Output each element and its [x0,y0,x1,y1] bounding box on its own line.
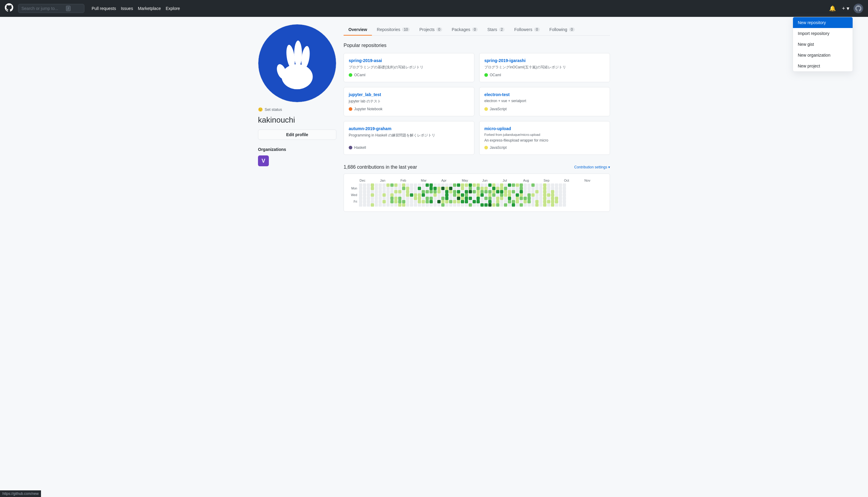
set-status[interactable]: 🙂 Set status [258,107,336,112]
contrib-cell [461,197,464,200]
contrib-row [349,197,605,200]
contrib-cell [394,197,397,200]
dropdown-new-organization[interactable]: New organization [793,50,853,60]
tab-overview[interactable]: Overview [344,24,372,36]
month-label: Mar [421,179,441,182]
contrib-cell [535,194,538,197]
repo-description: An express-fileupload wrapper for micro [484,138,605,142]
user-avatar-button[interactable] [854,4,863,13]
contrib-cell [425,183,429,187]
contrib-cell [453,187,456,190]
contrib-cell [508,200,511,203]
contrib-cell [425,187,429,190]
contrib-cell [457,190,460,194]
repo-link[interactable]: jupyter_lab_test [349,92,469,97]
nav-marketplace[interactable]: Marketplace [138,6,160,11]
contrib-cell [390,187,394,190]
repo-card: micro-upload Forked from julianduque/mic… [479,121,610,155]
month-label: Oct [564,179,584,182]
contrib-cell [535,203,538,207]
lang-label: OCaml [354,73,365,77]
contrib-cell [508,187,511,190]
contrib-cell [382,194,386,197]
contrib-cell [492,190,495,194]
nav-explore[interactable]: Explore [166,6,180,11]
contrib-cell [394,194,397,197]
repo-link[interactable]: electron-test [484,92,605,97]
repo-link[interactable]: micro-upload [484,126,605,131]
contrib-cell [555,190,558,194]
repo-language: Jupyter Notebook [349,107,469,111]
contrib-cell [539,187,543,190]
contrib-cell [437,194,440,197]
dropdown-new-repository[interactable]: New repository [793,17,853,28]
contrib-cell [547,197,550,200]
contrib-cell [523,197,527,200]
contrib-cell [488,200,492,203]
contrib-cell [480,194,484,197]
repo-description: electron + vue + serialport [484,99,605,104]
contrib-cell [387,203,390,207]
tab-followers[interactable]: Followers 0 [509,24,545,36]
navbar: / Pull requests Issues Marketplace Explo… [0,0,868,17]
lang-dot [484,146,488,150]
contrib-cell [496,203,500,207]
contrib-cell [379,190,382,194]
svg-point-1 [281,64,312,89]
contrib-cell [441,197,445,200]
notifications-button[interactable]: 🔔 [827,4,838,13]
contrib-cell [402,203,405,207]
contrib-cell [410,197,413,200]
tab-stars[interactable]: Stars 2 [482,24,509,36]
contrib-cell [425,194,429,197]
dropdown-import-repository[interactable]: Import repository [793,28,853,39]
contrib-cell [449,203,452,207]
profile-avatar [258,24,336,102]
contrib-cell [453,203,456,207]
contrib-cell [512,187,515,190]
tab-packages[interactable]: Packages 0 [447,24,482,36]
contrib-cell [465,197,468,200]
dropdown-new-gist[interactable]: New gist [793,39,853,50]
contrib-cell [441,187,445,190]
contrib-cell [465,203,468,207]
contrib-cell [520,190,523,194]
repo-link[interactable]: spring-2019-igarashi [484,58,605,63]
repo-link[interactable]: autumn-2019-graham [349,126,469,131]
repo-link[interactable]: spring-2019-asai [349,58,469,63]
contrib-cell [375,203,378,207]
contrib-cell [559,183,562,187]
month-label: Feb [401,179,421,182]
contrib-cell [547,200,550,203]
search-box[interactable]: / [18,4,84,13]
contribution-settings[interactable]: Contribution settings ▾ [574,165,610,169]
github-logo[interactable] [5,3,13,14]
repo-card: electron-test electron + vue + serialpor… [479,87,610,116]
dropdown-new-project[interactable]: New project [793,60,853,71]
search-input[interactable] [22,6,64,11]
contrib-cell [484,183,488,187]
contrib-cell [551,183,554,187]
contrib-cell [484,203,488,207]
tab-repositories[interactable]: Repositories 10 [372,24,415,36]
tab-projects[interactable]: Projects 0 [415,24,447,36]
tab-following[interactable]: Following 0 [545,24,579,36]
contrib-cell [516,197,519,200]
repositories-count: 10 [402,27,410,32]
repo-card: spring-2019-igarashi プログラミングinOCaml(五十嵐)… [479,53,610,82]
contrib-cell [379,194,382,197]
contrib-cell [465,187,468,190]
contrib-cell [359,203,362,207]
create-menu-button[interactable]: + ▾ [840,4,851,13]
nav-issues[interactable]: Issues [121,6,133,11]
contrib-cell [559,187,562,190]
contrib-row: Wed [349,194,605,197]
contrib-cell [516,183,519,187]
edit-profile-button[interactable]: Edit profile [258,129,336,140]
nav-pull-requests[interactable]: Pull requests [92,6,116,11]
contrib-cell [363,187,366,190]
contrib-cell [387,187,390,190]
contrib-cell [453,190,456,194]
contrib-cell [500,194,503,197]
org-icon[interactable]: V [258,155,269,166]
